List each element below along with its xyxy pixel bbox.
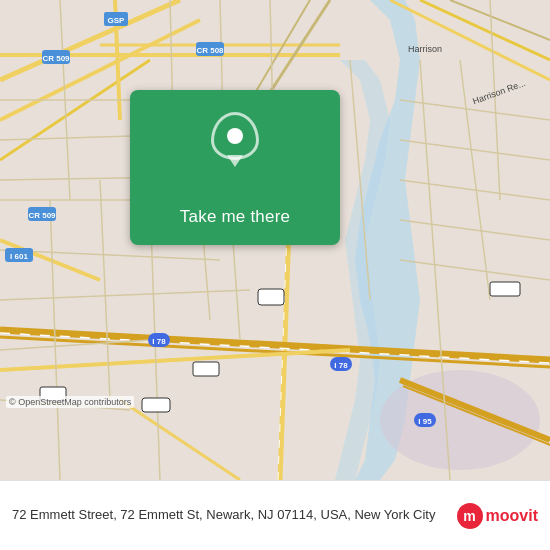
svg-text:I 601: I 601 <box>10 252 28 261</box>
svg-text:I 95: I 95 <box>418 417 432 426</box>
moovit-icon: m <box>457 503 483 529</box>
footer: 72 Emmett Street, 72 Emmett St, Newark, … <box>0 480 550 550</box>
svg-text:I 78: I 78 <box>334 361 348 370</box>
moovit-logo: m moovit <box>457 503 538 529</box>
take-me-there-button[interactable]: Take me there <box>130 90 340 245</box>
svg-text:US 22: US 22 <box>195 366 218 375</box>
svg-point-1 <box>380 370 540 470</box>
map-view: CR 509 CR 509 CR 508 GSP Harrison NJ 21 … <box>0 0 550 480</box>
svg-text:Harrison: Harrison <box>408 44 442 54</box>
moovit-brand-text: moovit <box>486 507 538 525</box>
location-pin-icon <box>211 112 259 160</box>
svg-text:CR 508: CR 508 <box>196 46 224 55</box>
footer-text-block: 72 Emmett Street, 72 Emmett St, Newark, … <box>12 506 447 524</box>
svg-text:NJTP: NJTP <box>495 286 516 295</box>
svg-text:CR 509: CR 509 <box>28 211 56 220</box>
svg-text:I 78: I 78 <box>152 337 166 346</box>
take-me-there-label: Take me there <box>180 207 290 227</box>
address-text: 72 Emmett Street, 72 Emmett St, Newark, … <box>12 506 447 524</box>
osm-attribution: © OpenStreetMap contributors <box>6 396 134 408</box>
svg-text:GSP: GSP <box>108 16 126 25</box>
svg-text:NJ 21: NJ 21 <box>260 294 282 303</box>
svg-text:CR 509: CR 509 <box>42 54 70 63</box>
svg-text:NJ 27: NJ 27 <box>145 402 167 411</box>
